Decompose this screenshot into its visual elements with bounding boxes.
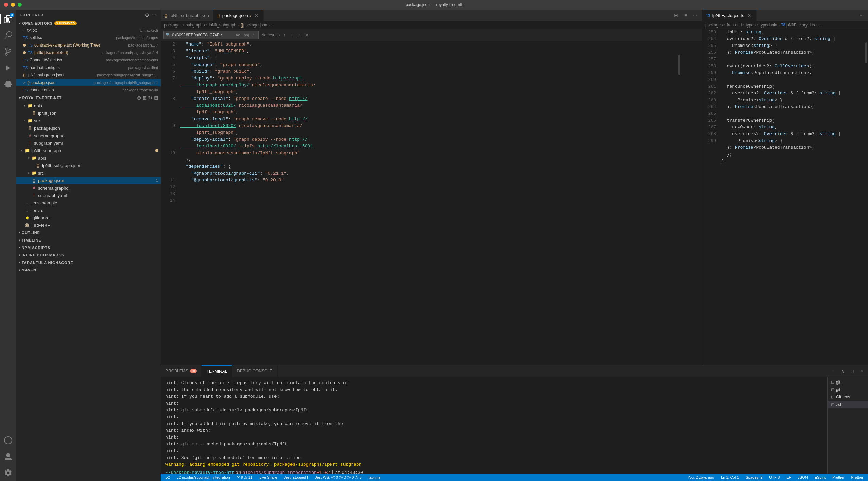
new-folder-action[interactable]: ⊞ — [143, 95, 147, 101]
open-file-txt[interactable]: T txt.txt (Untracked) — [16, 26, 161, 34]
refresh-action[interactable]: ↻ — [148, 95, 153, 101]
language-status[interactable]: JSON — [796, 474, 809, 481]
maximize-panel-icon[interactable]: ⊓ — [848, 367, 856, 375]
encoding-status[interactable]: UTF-8 — [768, 474, 781, 481]
bc-types[interactable]: types — [746, 23, 756, 28]
tree-env-example[interactable]: . .env.example — [16, 199, 161, 207]
open-file-lpnft-json[interactable]: {} lpNft_subgraph.json packages/subgraph… — [16, 71, 161, 79]
terminal-session-git1[interactable]: ⊡ git — [828, 378, 868, 386]
new-file-action[interactable]: ⊕ — [137, 95, 141, 101]
timeline-section[interactable]: › TIMELINE — [16, 236, 161, 244]
bc-packages[interactable]: packages — [705, 23, 723, 28]
prettier-status-right[interactable]: Prettier — [850, 474, 865, 481]
bookmarks-section[interactable]: › INLINE BOOKMARKS — [16, 251, 161, 259]
tree-abis-dir[interactable]: ▾ 📁 abis — [16, 102, 161, 109]
open-file-connectors[interactable]: TS connectors.ts packages/frontend/lib — [16, 86, 161, 94]
tab-lpnft-subgraph-json[interactable]: {} lpNft_subgraph.json — [161, 10, 213, 21]
spaces-status[interactable]: Spaces: 2 — [744, 474, 764, 481]
open-editors-header[interactable]: ▾ OPEN EDITORS 3 UNSAVED — [16, 20, 161, 26]
breadcrumb-packages[interactable]: packages — [164, 23, 181, 28]
split-editor-icon[interactable]: ⊞ — [672, 12, 680, 19]
tree-lpnft-subgraph-dir[interactable]: ▾ 📁 lpNft_subgraph — [16, 147, 161, 154]
breadcrumb-lpnft-subgraph[interactable]: lpNft_subgraph — [209, 23, 236, 28]
open-file-contract[interactable]: TS contract-example.tsx (Working Tree) p… — [16, 41, 161, 49]
right-code-content[interactable]: ipUri: string, overrides?: Overrides & {… — [719, 29, 865, 365]
tab-close-right[interactable]: ✕ — [747, 13, 752, 18]
more-actions-icon[interactable]: ··· — [691, 12, 699, 19]
terminal-content[interactable]: hint: Clones of the outer repository wil… — [161, 377, 827, 474]
tree-subgraph-yaml-sub[interactable]: ! subgraph.yaml — [16, 192, 161, 199]
tarantula-section[interactable]: › TARANTULA HIGHSCORE — [16, 259, 161, 266]
branch-status[interactable]: ⎇ nicolas/subgraph_integration — [175, 474, 231, 481]
errors-status[interactable]: ✕ 9 ⚠ 11 — [235, 474, 254, 481]
terminal-session-git2[interactable]: ⊡ git — [828, 386, 868, 393]
open-file-sell[interactable]: TS sell.tsx packages/frontend/pages — [16, 34, 161, 41]
next-match-button[interactable]: ↓ — [288, 32, 295, 38]
git-blame-status[interactable]: You, 2 days ago — [686, 474, 716, 481]
tab-debug-console[interactable]: DEBUG CONSOLE — [232, 365, 278, 377]
tab-problems[interactable]: PROBLEMS 20 — [161, 365, 202, 377]
source-control-activity-icon[interactable] — [0, 43, 16, 60]
tabnine-status[interactable]: tabnine — [367, 474, 382, 481]
maven-section[interactable]: › MAVEN — [16, 266, 161, 274]
tree-gitignore[interactable]: ◆ .gitignore — [16, 214, 161, 221]
more-options-icon[interactable]: ··· — [152, 12, 157, 18]
close-button[interactable] — [4, 3, 8, 7]
tree-package-json-1[interactable]: {} package.json — [16, 124, 161, 132]
run-activity-icon[interactable] — [0, 60, 16, 76]
remote-activity-icon[interactable] — [0, 432, 16, 448]
breadcrumb-subgraphs[interactable]: subgraphs — [185, 23, 205, 28]
match-case-button[interactable]: Aa — [234, 33, 242, 37]
prev-match-button[interactable]: ↑ — [281, 32, 288, 38]
bc-factory[interactable]: lpNftFactory.d.ts — [785, 23, 815, 28]
tree-src-dir[interactable]: › 📁 src — [16, 117, 161, 124]
cursor-position-status[interactable]: Ln 1, Col 1 — [720, 474, 740, 481]
tree-lpnft-json[interactable]: {} lpNft.json — [16, 109, 161, 117]
tree-envrc[interactable]: . .envrc — [16, 207, 161, 214]
tab-lpnft-factory[interactable]: TS lpNftFactory.d.ts ✕ — [702, 10, 757, 21]
settings-activity-icon[interactable] — [0, 465, 16, 481]
code-content[interactable]: "name": "IpNft_subgraph", "license": "UN… — [178, 41, 678, 365]
tree-package-json-active[interactable]: {} package.json 1 — [16, 177, 161, 184]
tab-close-button[interactable]: ✕ — [254, 13, 259, 18]
bc-typechain[interactable]: typechain — [760, 23, 777, 28]
eslint-status[interactable]: ESLint — [813, 474, 827, 481]
explorer-activity-icon[interactable]: 3 — [0, 11, 16, 27]
account-activity-icon[interactable] — [0, 448, 16, 465]
find-close-button[interactable]: ✕ — [304, 32, 311, 38]
breadcrumb-toggle-icon[interactable]: ≡ — [682, 12, 689, 19]
match-word-button[interactable]: ab| — [242, 33, 250, 37]
open-file-hardhat[interactable]: TS hardhat.config.ts packages/hardhat — [16, 64, 161, 71]
open-file-package-json[interactable]: ✕ {} package.json packages/subgraphs/lpN… — [16, 79, 161, 86]
tree-schema-graphql[interactable]: # schema.graphql — [16, 132, 161, 139]
tab-package-json[interactable]: {} package.json 1 ✕ — [213, 10, 264, 21]
outline-section[interactable]: › OUTLINE — [16, 229, 161, 236]
search-activity-icon[interactable] — [0, 27, 16, 43]
tree-schema-sub[interactable]: # schema.graphql — [16, 184, 161, 192]
remote-status-icon[interactable]: ⎇ — [164, 474, 171, 481]
extensions-activity-icon[interactable] — [0, 76, 16, 92]
prettier-status-left[interactable]: Prettier — [831, 474, 846, 481]
breadcrumb-package-json[interactable]: package.json — [243, 23, 267, 28]
tab-terminal[interactable]: TERMINAL — [202, 365, 232, 377]
maximize-button[interactable] — [18, 3, 22, 7]
project-section-header[interactable]: ▾ ROYALTY-FREE-NFT ⊕ ⊞ ↻ ⊟ — [16, 94, 161, 102]
jest-status[interactable]: Jest: stopped | — [283, 474, 309, 481]
live-share-status[interactable]: Live Share — [258, 474, 279, 481]
close-panel-icon[interactable]: ✕ — [858, 367, 865, 375]
right-scroll-track[interactable] — [865, 29, 868, 365]
minimize-button[interactable] — [11, 3, 15, 7]
add-terminal-icon[interactable]: ＋ — [829, 367, 837, 375]
terminal-session-gitlens[interactable]: ⊡ GitLens — [828, 393, 868, 401]
tree-subgraph-yaml[interactable]: ! subgraph.yaml — [16, 139, 161, 147]
find-input[interactable] — [172, 33, 233, 37]
bc-frontend[interactable]: frontend — [727, 23, 742, 28]
tree-abis-sub-dir[interactable]: ▾ 📁 abis — [16, 154, 161, 162]
collapse-action[interactable]: ⊟ — [154, 95, 158, 101]
tree-lpnft-subgraph-json[interactable]: {} lpNft_subgraph.json — [16, 162, 161, 169]
select-all-matches-button[interactable]: ≡ — [296, 32, 303, 38]
open-file-connect[interactable]: TS ConnectWallet.tsx packages/frontend/c… — [16, 56, 161, 64]
eol-status[interactable]: LF — [785, 474, 792, 481]
regex-button[interactable]: .* — [251, 33, 256, 37]
close-file-icon[interactable]: ✕ — [23, 81, 26, 85]
